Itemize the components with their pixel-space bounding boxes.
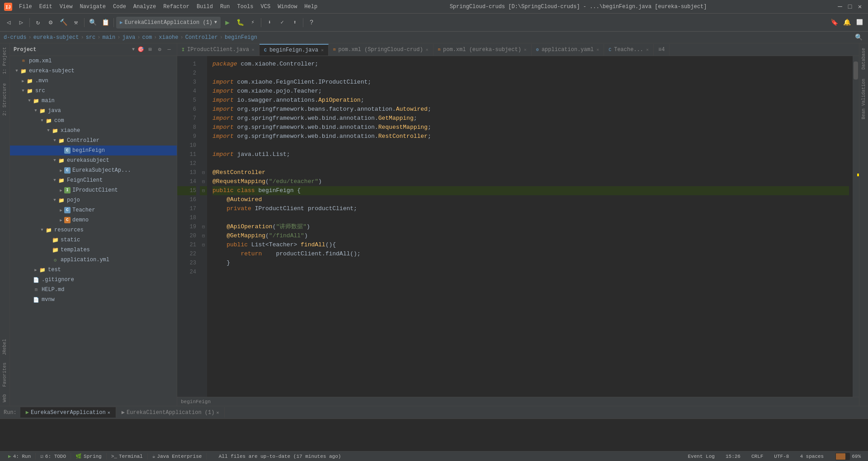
bottom-tab-todo[interactable]: ☑ 6: TODO [36,453,71,460]
panel-icon-expand[interactable]: ⊞ [146,46,154,54]
tab-beginfeign[interactable]: C beginFeign.java ✕ [259,44,329,56]
status-encoding[interactable]: UTF-8 [771,453,792,460]
debug-btn[interactable]: 🐛 [234,17,246,28]
tab-close-pom-eureka[interactable]: ✕ [524,47,527,52]
bottom-tab-spring[interactable]: 🌿 Spring [71,453,107,460]
tree-item-demno[interactable]: ▶ C demno [10,215,177,225]
tree-item-test[interactable]: ▶ 📁 test [10,265,177,275]
tree-item-com[interactable]: ▼ 📁 com [10,116,177,126]
tree-item-feignclient[interactable]: ▼ 📁 FeignClient [10,175,177,185]
minimize-button[interactable]: — [835,2,844,11]
toolbar-settings-btn[interactable]: ⚙ [45,17,57,28]
panel-icon-locate[interactable]: 🎯 [137,46,145,54]
tree-item-mvnw[interactable]: 📄 mvnw [10,295,177,305]
panel-structure[interactable]: 2: Structure [1,80,8,119]
tree-item-xiaohe[interactable]: ▼ 📁 xiaohe [10,126,177,136]
menu-vcs[interactable]: VCS [257,2,274,12]
tree-item-java[interactable]: ▼ 📁 java [10,106,177,116]
fold-21[interactable]: ⊟ [200,240,207,249]
run-tab-client[interactable]: ▶ EurekaClientApplication (1) ✕ [116,407,225,418]
toolbar-replace-btn[interactable]: 📋 [99,17,111,28]
fold-20[interactable]: ⊟ [200,231,207,240]
help-btn[interactable]: ? [306,17,317,28]
tree-item-eureka-subject[interactable]: ▼ 📁 eureka-subject [10,66,177,76]
tree-item-resources[interactable]: ▼ 📁 resources [10,225,177,235]
tab-more[interactable]: ≡4 [654,44,670,56]
status-indent[interactable]: 4 spaces [797,453,826,460]
code-content[interactable]: package com.xiaohe.Controller; import co… [207,56,853,397]
toolbar-forward-btn[interactable]: ▷ [15,17,27,28]
menu-analyze[interactable]: Analyze [130,2,160,12]
toolbar-rebuild-btn[interactable]: ⚒ [70,17,82,28]
tab-close-pom-crud[interactable]: ✕ [426,47,429,52]
toolbar-build-btn[interactable]: 🔨 [57,17,69,28]
tab-pom-crud[interactable]: m pom.xml (SpringCloud-crud) ✕ [329,44,434,56]
menu-view[interactable]: View [56,2,76,12]
menu-code[interactable]: Code [109,2,130,12]
tab-pom-eureka[interactable]: m pom.xml (eureka-subject) ✕ [434,44,532,56]
menu-tools[interactable]: Tools [234,2,257,12]
status-crlf[interactable]: CRLF [749,453,766,460]
breadcrumb-d-cruds[interactable]: d-cruds [4,34,26,41]
tree-item-beginfeign[interactable]: C beginFeign [10,146,177,155]
bottom-tab-run[interactable]: ▶ 4: Run [4,453,36,460]
tab-iproductclient[interactable]: I IProductClient.java ✕ [177,44,259,56]
toolbar-resize-btn[interactable]: ⬜ [854,17,865,28]
breadcrumb-main[interactable]: main [102,34,115,41]
run-tab-close-server[interactable]: ✕ [108,410,110,415]
bottom-tab-terminal[interactable]: >_ Terminal [107,453,148,460]
fold-13[interactable]: ⊟ [200,168,207,177]
menu-help[interactable]: Help [301,2,321,12]
git-update-btn[interactable]: ⬇ [264,17,275,28]
tree-item-application-yaml[interactable]: ⚙ application.yml [10,255,177,265]
tree-item-static[interactable]: 📁 static [10,235,177,245]
menu-build[interactable]: Build [193,2,217,12]
bottom-tab-java-enterprise[interactable]: ☕ Java Enterprise [148,453,207,460]
tree-item-src[interactable]: ▼ 📁 src [10,86,177,96]
tree-item-templates[interactable]: 📁 templates [10,245,177,255]
git-commit-btn[interactable]: ✓ [276,17,288,28]
scrollbar-thumb[interactable] [854,61,858,80]
tab-close-iproductclient[interactable]: ✕ [252,47,255,52]
tree-item-eurekasubject[interactable]: ▼ 📁 eurekasubject [10,155,177,165]
right-panel-database[interactable]: Database [860,43,867,74]
menu-refactor[interactable]: Refactor [160,2,193,12]
tab-close-yaml[interactable]: ✕ [596,47,599,52]
panel-icon-settings[interactable]: ⚙ [156,46,164,54]
tree-item-pojo[interactable]: ▼ 📁 pojo [10,195,177,205]
tab-application-yaml[interactable]: ⚙ application.yaml ✕ [532,44,604,56]
menu-navigate[interactable]: Navigate [76,2,109,12]
breadcrumb-src[interactable]: src [86,34,96,41]
tree-item-mvn[interactable]: ▶ 📁 .mvn [10,76,177,86]
breadcrumb-xiaohe[interactable]: xiaohe [159,34,178,41]
menu-edit[interactable]: Edit [36,2,56,12]
toolbar-search-btn[interactable]: 🔍 [87,17,99,28]
profile-btn[interactable]: ⚡ [247,17,259,28]
fold-15[interactable]: ⊟ [200,186,207,195]
run-tab-close-client[interactable]: ✕ [216,410,219,415]
panel-web[interactable]: Web [1,390,8,406]
panel-icon-minimize[interactable]: — [165,46,173,54]
editor-scrollbar[interactable] [853,56,859,397]
run-tab-server[interactable]: ▶ EurekaServerApplication ✕ [20,407,116,418]
fold-19[interactable]: ⊟ [200,222,207,231]
tab-close-beginfeign[interactable]: ✕ [321,47,324,53]
search-everywhere-btn[interactable]: 🔍 [853,32,864,43]
maximize-button[interactable]: □ [845,2,854,11]
run-btn[interactable]: ▶ [222,17,233,28]
breadcrumb-com[interactable]: com [142,34,152,41]
tree-item-eurekasubjectapp[interactable]: ▶ C EurekaSubjectAp... [10,165,177,175]
menu-window[interactable]: Window [274,2,301,12]
tree-item-gitignore[interactable]: 📄 .gitignore [10,275,177,285]
tree-item-controller[interactable]: ▼ 📁 Controller [10,136,177,146]
panel-favorites[interactable]: Favorites [1,359,8,390]
tree-item-help-md[interactable]: m HELP.md [10,285,177,295]
toolbar-notification-btn[interactable]: 🔔 [841,17,853,28]
memory-indicator[interactable]: 69% [832,452,864,461]
event-log-badge[interactable]: Event Log [685,453,717,460]
tab-teacher[interactable]: C Teache... ✕ [604,44,654,56]
panel-project[interactable]: 1: Project [1,43,8,78]
breadcrumb-controller[interactable]: Controller [185,34,218,41]
menu-file[interactable]: File [15,2,36,12]
panel-jrebel[interactable]: JRebel [1,335,8,359]
